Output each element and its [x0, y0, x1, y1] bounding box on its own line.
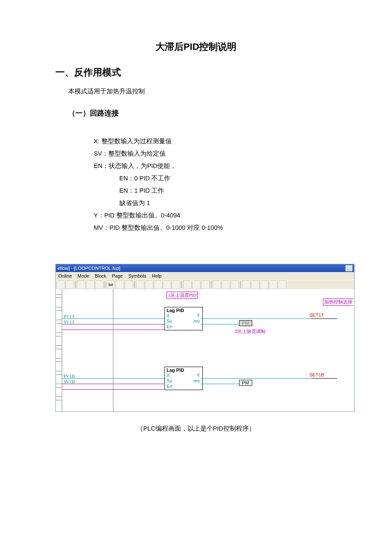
plc-canvas[interactable]: 1区上温度PID 加热控制选择 PV1T SV1T Lag PID XY Svm… [56, 289, 354, 411]
ladder-rail [56, 289, 62, 411]
pm-block-top[interactable]: PM [239, 320, 252, 326]
toolbar-btn[interactable] [242, 281, 251, 289]
wire [62, 389, 164, 390]
port-mv: mv [193, 318, 200, 324]
wire [62, 324, 164, 324]
output-set1b[interactable]: SET1B [309, 372, 324, 377]
plc-editor-window: eflow] - [LOOPCONTROL.fup] _ Online Mode… [55, 264, 355, 412]
toolbar-btn[interactable] [77, 281, 86, 289]
rung [56, 333, 62, 336]
toolbar-btn[interactable] [154, 281, 162, 289]
tag-pulse-width: 1区上脉宽调制 [235, 328, 265, 335]
def-x: X: 整型数输入为过程测量值 [94, 135, 337, 148]
port-en: En [167, 384, 172, 389]
toolbar-sep [75, 281, 76, 288]
tag-heat-select[interactable]: 加热控制选择 [323, 298, 353, 306]
rung [56, 358, 62, 362]
toolbar-btn[interactable] [145, 281, 153, 289]
menu-block[interactable]: Block [95, 273, 106, 278]
port-sv: Sv [167, 318, 172, 324]
wire [62, 378, 164, 379]
toolbar-btn[interactable] [163, 281, 171, 289]
toolbar-btn[interactable] [66, 281, 74, 289]
wire [201, 378, 311, 379]
port-sv: Sv [167, 378, 172, 383]
plc-titlebar[interactable]: eflow] - [LOOPCONTROL.fup] _ [56, 264, 354, 272]
wire [201, 384, 239, 384]
toolbar-btn[interactable] [192, 281, 201, 289]
def-mv: MV：PID 整型数输出值。0-1000 对应 0-100% [94, 222, 337, 234]
toolbar-sep [211, 281, 211, 288]
port-mv: mv [193, 378, 200, 384]
menu-online[interactable]: Online [58, 273, 72, 278]
plc-menubar: Online Mode Block Page Symbols Help [56, 272, 354, 280]
rung [56, 371, 62, 375]
toolbar-btn[interactable] [172, 281, 180, 289]
def-en1: EN：1 PID 工作 [119, 185, 337, 197]
minimize-icon[interactable]: _ [345, 265, 353, 272]
toolbar-sep [105, 281, 105, 288]
lag-pid-block-bottom[interactable]: Lag PID XY Svmv En [164, 367, 203, 390]
menu-symbols[interactable]: Symbols [128, 273, 146, 278]
toolbar-btn[interactable] [222, 281, 230, 289]
rung [56, 307, 62, 311]
wire [201, 318, 311, 319]
toolbar-btn[interactable] [251, 281, 259, 289]
rung [56, 384, 62, 388]
def-en0: EN：0 PID 不工作 [119, 172, 337, 185]
port-x: X [167, 313, 170, 318]
def-sv: SV：整型数输入为给定值 [94, 148, 337, 160]
block-name: Lag PID [167, 367, 184, 373]
toolbar-btn[interactable] [95, 281, 104, 289]
definitions-list: X: 整型数输入为过程测量值 SV：整型数输入为给定值 EN：状态输入，为PID… [94, 135, 337, 234]
pm-block-bottom[interactable]: PM [239, 380, 252, 386]
document-page: 大滞后PID控制说明 一、反作用模式 本模式适用于加热升温控制 （一）回路连接 … [0, 0, 392, 544]
def-y: Y：PID 整型数输出值。0-4094 [94, 209, 337, 222]
port-x: X [167, 373, 170, 378]
toolbar-sep [182, 281, 182, 288]
wire [62, 318, 164, 319]
menu-mode[interactable]: Mode [78, 273, 89, 278]
section-1-1-heading: （一）回路连接 [68, 108, 337, 118]
toolbar-btn[interactable] [124, 281, 133, 289]
toolbar-btn[interactable] [278, 281, 286, 289]
toolbar-sep [240, 281, 241, 288]
toolbar-btn[interactable] [86, 281, 95, 289]
plc-toolbar: bit [56, 280, 354, 290]
wire [311, 378, 337, 379]
port-y: Y [197, 313, 200, 318]
plc-titlebar-text: eflow] - [LOOPCONTROL.fup] [58, 266, 120, 271]
toolbar-bit-btn[interactable]: bit [107, 281, 115, 289]
menu-page[interactable]: Page [112, 273, 123, 278]
wire [62, 330, 164, 330]
wire [311, 318, 337, 319]
def-en: EN：状态输入，为PID使能， [94, 160, 337, 172]
toolbar-btn[interactable] [269, 281, 277, 289]
block-name: Lag PID [167, 308, 184, 313]
rung [56, 396, 62, 400]
def-default: 缺省值为 1 [119, 197, 337, 209]
tag-zone1-temp-pid[interactable]: 1区上温度PID [167, 292, 198, 299]
rung [56, 294, 62, 298]
toolbar-btn[interactable] [231, 281, 239, 289]
page-title: 大滞后PID控制说明 [55, 41, 337, 53]
wire [201, 324, 239, 324]
menu-help[interactable]: Help [152, 273, 161, 278]
toolbar-btn[interactable] [260, 281, 268, 289]
wire [62, 384, 164, 384]
toolbar-btn[interactable] [213, 281, 221, 289]
section-1-intro: 本模式适用于加热升温控制 [68, 87, 337, 95]
toolbar-btn[interactable] [115, 281, 124, 289]
rung [56, 320, 62, 324]
toolbar-btn[interactable] [183, 281, 192, 289]
section-1-heading: 一、反作用模式 [55, 66, 337, 79]
toolbar-btn[interactable] [201, 281, 210, 289]
toolbar-sep [134, 281, 135, 288]
toolbar-btn[interactable] [57, 281, 65, 289]
lag-pid-block-top[interactable]: Lag PID XY Svmv En [164, 307, 203, 330]
port-y: Y [197, 373, 200, 378]
output-set1t[interactable]: SET1T [309, 313, 324, 318]
rung [56, 345, 62, 349]
toolbar-btn[interactable] [136, 281, 144, 289]
port-en: En [167, 324, 172, 329]
